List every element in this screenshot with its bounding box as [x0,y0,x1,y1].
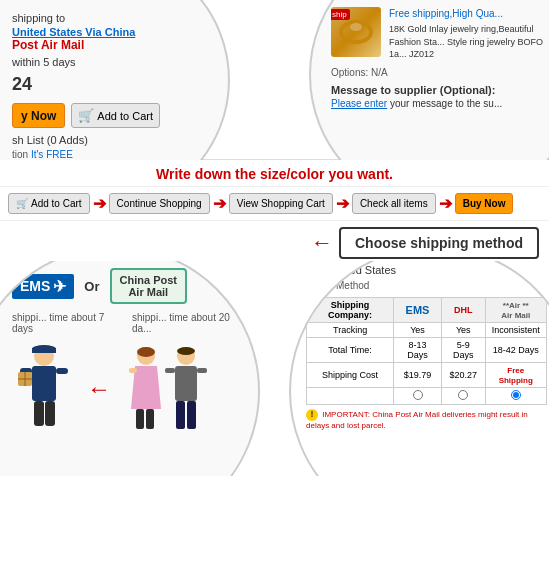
china-post-time: shippi... time about 20 da... [132,312,232,334]
tracking-label: Tracking [307,323,394,338]
cost-post: Free Shipping [485,363,546,388]
radio-row [307,388,547,405]
arrow-4: ➔ [439,194,452,213]
product-desc: 18K Gold Inlay jewelry ring,Beautiful Fa… [389,23,547,61]
message-input-row: Please enter your message to the su... [331,98,547,109]
important-note: ! IMPORTANT: China Post Air Mail deliver… [306,409,547,431]
btn-row: y Now 🛒 Add to Cart [12,103,160,128]
instruction-text: Write down the size/color you want. [10,166,539,182]
tracking-dhl: Yes [441,323,485,338]
svg-point-14 [137,347,155,357]
right-circle-area: ship Free shipping,High Qua... 18K Gold … [270,0,549,160]
product-info: Free shipping,High Qua... 18K Gold Inlay… [389,7,547,61]
note-icon: ! [306,409,318,421]
svg-rect-5 [32,348,56,353]
us-flag-row: United States [306,263,547,276]
product-title: Free shipping,High Qua... [389,7,547,21]
shipping-options-row: EMS ✈ Or China Post Air Mail [12,268,238,304]
wishlist: sh List (0 Adds) [12,134,88,146]
post-col: **Air **Air Mail [501,301,530,320]
us-flag [306,263,326,276]
couple-svg [121,344,211,434]
ems-logo: EMS ✈ [12,274,74,299]
step-continue-shopping-button[interactable]: Continue Shopping [109,193,210,214]
radio-dhl-cell[interactable] [441,388,485,405]
bottom-left: EMS ✈ Or China Post Air Mail shippi... t… [0,261,275,476]
bottom-right-circle: United States ...ping Method Shipping Co… [289,261,549,476]
cost-ems: $19.79 [394,363,442,388]
radio-post-cell[interactable] [485,388,546,405]
ems-time: shippi... time about 7 days [12,312,112,334]
page-wrapper: shipping to United States Via China Post… [0,0,549,576]
delivery-man-svg [12,344,77,434]
shipping-method-label: ...ping Method [306,280,547,291]
arrow-3: ➔ [336,194,349,213]
svg-rect-25 [187,401,196,429]
product-row: ship Free shipping,High Qua... 18K Gold … [331,7,547,61]
dhl-col: DHL [454,305,473,315]
delivery-persons: ← [12,344,238,434]
ems-header: EMS [394,298,442,323]
protection-row: tion It's FREE [12,149,73,160]
svg-rect-7 [56,368,68,374]
add-to-cart-button[interactable]: 🛒 Add to Cart [71,103,160,128]
left-circle: shipping to United States Via China Post… [0,0,230,160]
buy-now-button[interactable]: y Now [12,103,65,128]
radio-ems[interactable] [413,390,423,400]
comparison-table: Shipping Company: EMS DHL **Air **Air Ma… [306,297,547,405]
step-add-cart-button[interactable]: 🛒 Add to Cart [8,193,90,214]
tracking-post: Inconsistent [485,323,546,338]
total-time-post: 18-42 Days [485,338,546,363]
bottom-circle: EMS ✈ Or China Post Air Mail shippi... t… [0,261,260,476]
svg-rect-17 [136,409,144,429]
ems-col: EMS [406,304,430,316]
red-arrow-bottom: ← [87,375,111,403]
choose-shipping-section: ← Choose shipping method [0,223,549,261]
dhl-header: DHL [441,298,485,323]
arrow-2: ➔ [213,194,226,213]
svg-rect-21 [175,366,197,401]
top-section: shipping to United States Via China Post… [0,0,549,160]
step-check-items-button[interactable]: Check all items [352,193,436,214]
china-post-box: China Post Air Mail [110,268,187,304]
step-buy-now-button[interactable]: Buy Now [455,193,514,214]
svg-rect-18 [146,409,154,429]
svg-point-20 [177,347,195,355]
svg-point-1 [350,23,362,31]
bottom-section: EMS ✈ Or China Post Air Mail shippi... t… [0,261,549,476]
radio-dhl[interactable] [458,390,468,400]
instruction-section: Write down the size/color you want. [0,160,549,186]
svg-rect-16 [129,368,137,373]
tracking-row: Tracking Yes Yes Inconsistent [307,323,547,338]
shipping-prefix: shipping to [12,12,65,24]
steps-section: 🛒 Add to Cart ➔ Continue Shopping ➔ View… [0,186,549,221]
price: 24 [12,74,32,95]
tracking-ems: Yes [394,323,442,338]
options-row: Options: N/A [331,67,547,78]
us-label: United States [330,264,396,276]
svg-rect-3 [32,366,56,401]
post-header: **Air **Air Mail [485,298,546,323]
plane-icon: ✈ [53,277,66,296]
total-time-dhl: 5-9 Days [441,338,485,363]
bottom-right: United States ...ping Method Shipping Co… [275,261,549,476]
left-circle-area: shipping to United States Via China Post… [0,0,270,160]
us-flag-blue [307,264,315,271]
svg-rect-12 [45,401,55,426]
message-label: Message to supplier (Optional): [331,84,547,96]
shipping-time-row: shippi... time about 7 days shippi... ti… [12,312,238,334]
cost-label: Shipping Cost [307,363,394,388]
radio-ems-cell[interactable] [394,388,442,405]
left-arrow-row: ← Choose shipping method [311,227,539,259]
delivery-days: within 5 days [12,56,76,68]
shipping-link[interactable]: United States Via China [12,26,135,38]
enter-link[interactable]: Please enter [331,98,387,109]
total-time-row: Total Time: 8-13 Days 5-9 Days 18-42 Day… [307,338,547,363]
total-time-label: Total Time: [307,338,394,363]
radio-post[interactable] [511,390,521,400]
total-time-ems: 8-13 Days [394,338,442,363]
step-view-cart-button[interactable]: View Shopping Cart [229,193,333,214]
svg-rect-23 [197,368,207,373]
svg-rect-22 [165,368,175,373]
svg-rect-11 [34,401,44,426]
